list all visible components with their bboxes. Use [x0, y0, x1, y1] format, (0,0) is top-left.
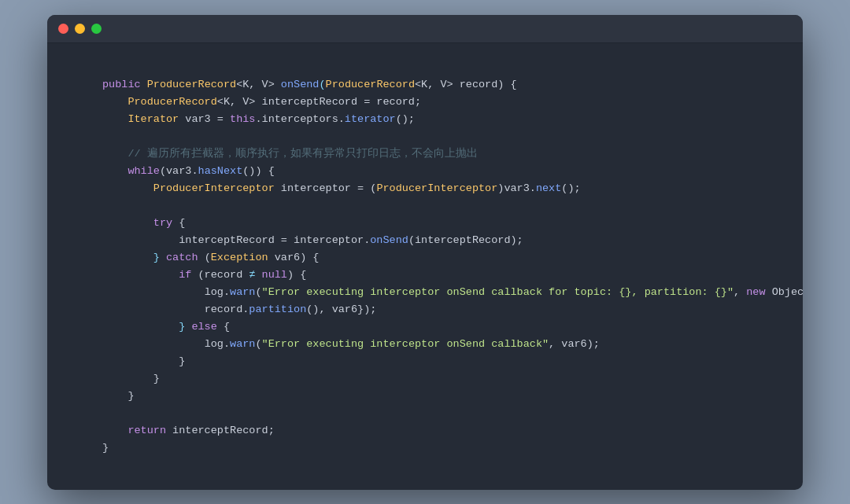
code-line: } else { [47, 318, 803, 336]
code-line: // 遍历所有拦截器，顺序执行，如果有异常只打印日志，不会向上抛出 [47, 145, 803, 163]
close-button[interactable] [58, 24, 68, 34]
code-line [47, 405, 803, 422]
code-line: } [47, 370, 803, 388]
code-line: log.warn("Error executing interceptor on… [47, 336, 803, 353]
code-line: try { [47, 215, 803, 232]
code-line [47, 197, 803, 215]
code-line: public ProducerRecord<K, V> onSend(Produ… [47, 76, 803, 94]
code-line: } [47, 388, 803, 405]
code-line: while(var3.hasNext()) { [47, 163, 803, 180]
code-window: public ProducerRecord<K, V> onSend(Produ… [47, 15, 803, 490]
code-editor: public ProducerRecord<K, V> onSend(Produ… [47, 43, 803, 490]
code-line: } [47, 353, 803, 370]
code-line: } catch (Exception var6) { [47, 249, 803, 267]
code-line: interceptRecord = interceptor.onSend(int… [47, 232, 803, 249]
code-line: ProducerRecord<K, V> interceptRecord = r… [47, 94, 803, 111]
title-bar [47, 15, 803, 43]
code-line: log.warn("Error executing interceptor on… [47, 284, 803, 301]
code-line [47, 128, 803, 145]
code-line: Iterator var3 = this.interceptors.iterat… [47, 111, 803, 128]
code-line: ProducerInterceptor interceptor = (Produ… [47, 180, 803, 197]
maximize-button[interactable] [91, 24, 102, 34]
code-line [47, 457, 803, 474]
minimize-button[interactable] [75, 24, 85, 34]
code-line: return interceptRecord; [47, 422, 803, 440]
code-line: record.partition(), var6}); [47, 301, 803, 318]
code-line: if (record ≠ null) { [47, 267, 803, 284]
code-line: } [47, 440, 803, 457]
code-line [47, 59, 803, 76]
